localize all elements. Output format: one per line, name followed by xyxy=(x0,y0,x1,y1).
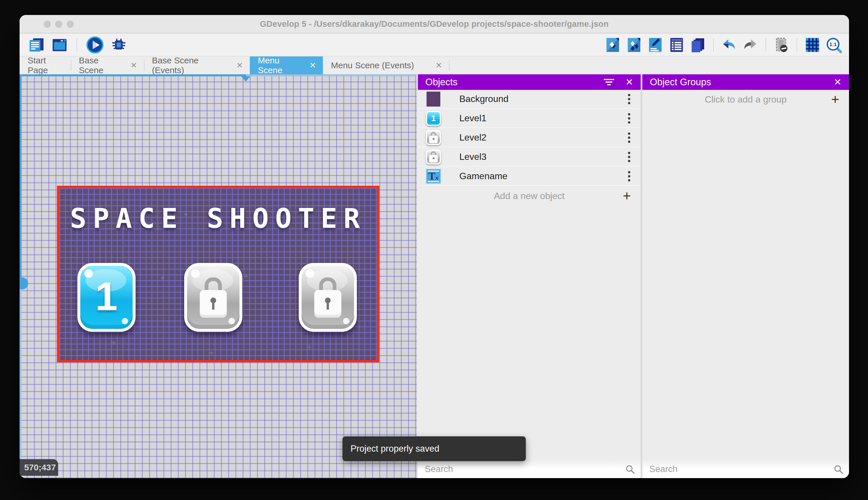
layers-icon[interactable] xyxy=(690,37,706,53)
svg-text:1:1: 1:1 xyxy=(830,42,837,47)
toggle-mask-icon[interactable] xyxy=(773,37,790,53)
tab-label: Base Scene (Events) xyxy=(152,56,229,75)
close-tab-icon[interactable]: ✕ xyxy=(130,61,137,70)
canvas-vertical-scrollbar[interactable] xyxy=(20,74,22,478)
object-row-background[interactable]: Background xyxy=(418,90,641,109)
scrollbar-fill xyxy=(20,74,246,76)
objects-panel: Objects ✕ Background 1 xyxy=(418,74,641,478)
close-tab-icon[interactable]: ✕ xyxy=(435,61,442,70)
add-new-object-button[interactable]: Add a new object + xyxy=(418,186,641,205)
redo-icon[interactable] xyxy=(742,37,759,53)
object-row-level3[interactable]: Level3 xyxy=(418,148,641,167)
plus-icon[interactable]: + xyxy=(623,189,631,203)
plus-icon[interactable]: + xyxy=(831,92,839,106)
tab-label: Menu Scene xyxy=(258,56,302,75)
toolbar-divider xyxy=(713,38,714,52)
object-groups-panel: Object Groups ✕ Click to add a group + xyxy=(642,74,849,478)
search-icon[interactable] xyxy=(833,464,844,475)
close-tab-icon[interactable]: ✕ xyxy=(236,61,243,70)
tab-start-page[interactable]: Start Page xyxy=(20,56,71,74)
preview-window-icon[interactable] xyxy=(51,37,68,53)
close-icon[interactable]: ✕ xyxy=(625,78,633,87)
toolbar-right-group: 1:1 xyxy=(605,37,842,53)
horizontal-scrollbar-handle[interactable] xyxy=(241,76,250,81)
coordinates-value: 570;437 xyxy=(24,463,56,472)
add-group-button[interactable]: Click to add a group + xyxy=(642,90,849,109)
editor-tabbar: Start Page Base Scene ✕ Base Scene (Even… xyxy=(20,56,849,74)
object-groups-panel-header: Object Groups ✕ xyxy=(642,74,849,90)
play-preview-icon[interactable] xyxy=(86,36,104,54)
tab-menu-scene-events[interactable]: Menu Scene (Events) ✕ xyxy=(323,56,449,74)
star-decoration: + xyxy=(209,348,214,358)
level3-button-instance[interactable] xyxy=(299,263,357,332)
tab-label: Base Scene xyxy=(79,56,123,75)
debug-icon[interactable] xyxy=(110,37,127,53)
object-row-gamename[interactable]: Tx Gamename xyxy=(418,167,641,186)
filter-icon[interactable] xyxy=(603,78,614,86)
level1-button-instance[interactable]: 1 xyxy=(78,263,136,332)
tab-base-scene-events[interactable]: Base Scene (Events) ✕ xyxy=(144,56,250,74)
object-row-level1[interactable]: 1 Level1 xyxy=(418,109,641,128)
save-toast: Project properly saved xyxy=(342,436,526,461)
undo-icon[interactable] xyxy=(721,37,737,53)
screw-dot xyxy=(84,269,93,278)
add-group-label: Click to add a group xyxy=(705,94,787,105)
star-decoration: + xyxy=(244,272,249,281)
gdevelop-window: GDevelop 5 - /Users/dkarakay/Documents/G… xyxy=(20,15,849,478)
scrollbar-fill xyxy=(20,74,22,281)
object-name: Gamename xyxy=(459,171,507,181)
tab-label: Menu Scene (Events) xyxy=(331,60,414,70)
star-decoration: + xyxy=(160,273,165,283)
tab-menu-scene[interactable]: Menu Scene ✕ xyxy=(250,56,323,74)
window-title: GDevelop 5 - /Users/dkarakay/Documents/G… xyxy=(20,15,849,33)
object-menu-kebab-icon[interactable] xyxy=(628,133,630,143)
lock-icon xyxy=(200,277,227,318)
toolbar-divider xyxy=(77,38,77,52)
object-menu-kebab-icon[interactable] xyxy=(628,152,630,162)
canvas-horizontal-scrollbar[interactable] xyxy=(20,74,417,76)
objects-search-input[interactable] xyxy=(418,460,641,478)
object-row-level2[interactable]: Level2 xyxy=(418,128,641,147)
edit-objects-icon[interactable] xyxy=(605,37,621,53)
vertical-scrollbar-handle[interactable] xyxy=(20,277,28,289)
close-tab-icon[interactable]: ✕ xyxy=(309,61,316,70)
level2-button-instance[interactable] xyxy=(184,263,242,332)
search-icon[interactable] xyxy=(624,464,635,475)
groups-search-bar xyxy=(642,460,849,478)
zoom-original-icon[interactable]: 1:1 xyxy=(825,37,842,53)
text-object-thumbnail: Tx xyxy=(426,169,441,184)
main-toolbar: 1:1 xyxy=(20,34,849,56)
groups-search-input[interactable] xyxy=(642,460,849,478)
cursor-coordinates-badge: 570;437 xyxy=(20,459,58,476)
object-menu-kebab-icon[interactable] xyxy=(628,94,630,104)
object-menu-kebab-icon[interactable] xyxy=(628,171,630,181)
tab-label: Start Page xyxy=(28,56,64,75)
toast-message: Project properly saved xyxy=(351,444,439,454)
objects-search-bar xyxy=(418,460,641,478)
level-number: 1 xyxy=(95,273,118,320)
toggle-grid-icon[interactable] xyxy=(804,37,821,53)
object-menu-kebab-icon[interactable] xyxy=(628,113,630,124)
add-object-label: Add a new object xyxy=(494,191,565,201)
edit-object-groups-icon[interactable] xyxy=(626,37,642,53)
toolbar-divider xyxy=(765,38,766,52)
screenshot-root: GDevelop 5 - /Users/dkarakay/Documents/G… xyxy=(0,0,868,500)
tab-base-scene[interactable]: Base Scene ✕ xyxy=(71,56,144,74)
star-decoration: + xyxy=(307,342,312,352)
game-scene-selection[interactable]: + + + + + + + + + + + SPACE SHOOTER xyxy=(57,186,379,362)
project-manager-icon[interactable] xyxy=(28,37,45,53)
screw-dot xyxy=(306,269,314,278)
content-area: + + + + + + + + + + + SPACE SHOOTER xyxy=(20,74,849,478)
objects-panel-title: Objects xyxy=(425,77,458,88)
screw-dot xyxy=(122,318,128,324)
close-icon[interactable]: ✕ xyxy=(834,78,842,87)
object-name: Level3 xyxy=(459,151,486,162)
object-groups-panel-title: Object Groups xyxy=(650,77,711,88)
instances-list-icon[interactable] xyxy=(668,37,685,53)
scene-editor-canvas[interactable]: + + + + + + + + + + + SPACE SHOOTER xyxy=(20,74,417,478)
toolbar-divider xyxy=(797,38,797,52)
star-decoration: + xyxy=(111,338,116,348)
lock-icon xyxy=(314,277,341,318)
edit-properties-icon[interactable] xyxy=(647,37,664,53)
locked-button-thumbnail xyxy=(426,149,441,164)
